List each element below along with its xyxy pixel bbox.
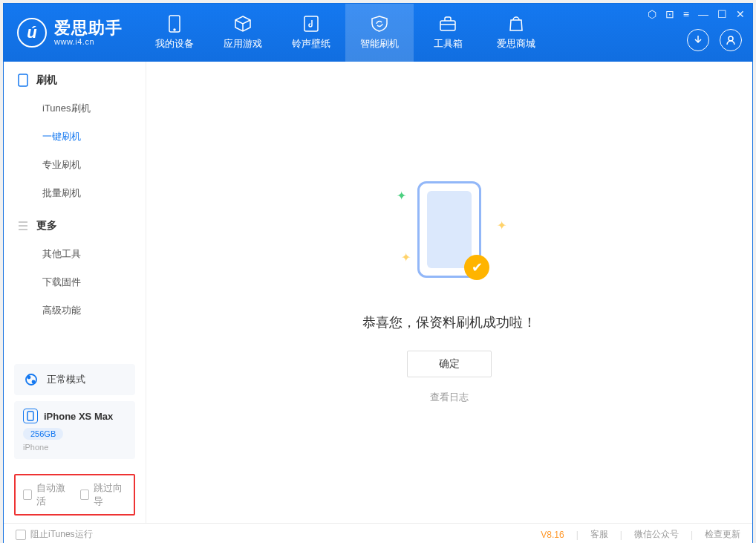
options-highlight-box: 自动激活 跳过向导 [14,474,135,516]
sparkle-icon: ✦ [497,218,506,233]
header-right-controls [687,29,742,51]
brand-logo-icon: ú [17,18,47,48]
svg-point-8 [33,381,35,383]
shopping-bag-icon [506,15,526,33]
phone-icon [17,74,29,87]
mode-card[interactable]: 正常模式 [14,364,135,395]
checkbox-icon [23,490,32,500]
window-controls: ⬡ ⊡ ≡ ― ☐ ✕ [648,8,745,20]
view-log-link[interactable]: 查看日志 [430,391,469,404]
skin-icon[interactable]: ⬡ [648,8,656,20]
sidebar-item-advanced[interactable]: 高级功能 [4,296,146,325]
tab-my-device[interactable]: 我的设备 [140,4,209,62]
phone-illustration-icon: ✔ [417,181,481,278]
maximize-button[interactable]: ☐ [717,8,727,20]
sidebar-group-flash: 刷机 [4,62,146,94]
brand-subtitle: www.i4.cn [54,37,123,46]
svg-rect-5 [19,74,27,86]
footer-link-wechat[interactable]: 微信公众号 [634,528,679,541]
tab-apps-games[interactable]: 应用游戏 [209,4,277,62]
minimize-button[interactable]: ― [698,8,708,20]
brand-title: 爱思助手 [54,19,123,37]
device-icon [165,15,184,33]
sidebar-item-other-tools[interactable]: 其他工具 [4,240,146,268]
checkbox-block-itunes[interactable]: 阻止iTunes运行 [16,528,93,541]
lock-icon[interactable]: ⊡ [665,8,674,20]
body: 刷机 iTunes刷机 一键刷机 专业刷机 批量刷机 更多 其他工具 下载固件 … [4,62,752,523]
success-illustration: ✔ ✦ ✦ ✦ [417,181,481,278]
svg-point-6 [26,374,36,385]
status-bar: 阻止iTunes运行 V8.16 | 客服 | 微信公众号 | 检查更新 [4,523,752,543]
cube-icon [233,15,252,33]
sidebar: 刷机 iTunes刷机 一键刷机 专业刷机 批量刷机 更多 其他工具 下载固件 … [4,62,146,523]
user-button[interactable] [720,29,742,51]
sparkle-icon: ✦ [397,189,406,203]
checkbox-icon [80,490,89,500]
tab-ringtone-wallpaper[interactable]: 铃声壁纸 [277,4,345,62]
sidebar-item-pro-flash[interactable]: 专业刷机 [4,151,146,179]
sidebar-item-download-firmware[interactable]: 下载固件 [4,268,146,296]
success-message: 恭喜您，保资料刷机成功啦！ [362,313,536,331]
tab-toolbox[interactable]: 工具箱 [414,4,482,62]
mode-label: 正常模式 [47,373,85,386]
tab-store[interactable]: 爱思商城 [482,4,550,62]
footer-link-update[interactable]: 检查更新 [705,528,740,541]
sidebar-item-itunes-flash[interactable]: iTunes刷机 [4,94,146,123]
checkbox-auto-activate[interactable]: 自动激活 [23,481,70,508]
svg-rect-3 [440,21,455,30]
sidebar-item-oneclick-flash[interactable]: 一键刷机 [4,123,146,151]
main-content: ✔ ✦ ✦ ✦ 恭喜您，保资料刷机成功啦！ 确定 查看日志 [146,62,752,523]
success-check-icon: ✔ [464,255,489,280]
svg-rect-9 [27,412,33,420]
version-label: V8.16 [541,530,564,540]
device-type: iPhone [23,443,126,452]
svg-point-1 [174,29,175,30]
top-tabs: 我的设备 应用游戏 铃声壁纸 智能刷机 工具箱 爱思商城 [140,4,550,62]
mode-icon [23,371,39,388]
tab-smart-flash[interactable]: 智能刷机 [345,4,414,62]
brand: ú 爱思助手 www.i4.cn [4,18,123,48]
music-file-icon [302,15,321,33]
close-button[interactable]: ✕ [736,8,745,20]
svg-point-7 [28,377,30,379]
title-bar: ú 爱思助手 www.i4.cn 我的设备 应用游戏 铃声壁纸 智能刷机 [4,4,752,62]
confirm-button[interactable]: 确定 [407,351,492,377]
menu-icon[interactable]: ≡ [683,8,689,20]
device-icon-small [23,409,38,423]
toolbox-icon [438,15,457,33]
app-window: ú 爱思助手 www.i4.cn 我的设备 应用游戏 铃声壁纸 智能刷机 [3,3,753,543]
sparkle-icon: ✦ [401,250,411,264]
list-icon [17,221,29,231]
device-card[interactable]: iPhone XS Max 256GB iPhone [14,401,135,459]
refresh-shield-icon [370,15,389,33]
svg-point-4 [729,36,733,41]
device-capacity: 256GB [23,428,63,440]
svg-rect-2 [304,16,318,31]
download-button[interactable] [687,29,709,51]
sidebar-group-more: 更多 [4,207,146,240]
device-name: iPhone XS Max [44,411,113,422]
checkbox-icon [16,530,26,540]
sidebar-item-batch-flash[interactable]: 批量刷机 [4,179,146,207]
footer-link-support[interactable]: 客服 [590,528,608,541]
checkbox-skip-guide[interactable]: 跳过向导 [80,481,127,508]
